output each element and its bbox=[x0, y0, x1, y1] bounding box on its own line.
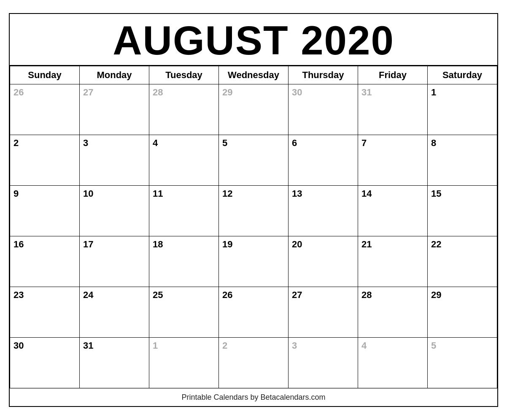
calendar-day[interactable]: 1 bbox=[149, 337, 219, 388]
calendar-day[interactable]: 10 bbox=[80, 185, 149, 236]
calendar-day[interactable]: 18 bbox=[149, 236, 219, 287]
calendar-day[interactable]: 2 bbox=[219, 337, 289, 388]
calendar-day[interactable]: 3 bbox=[80, 135, 149, 185]
day-of-week-header: Thursday bbox=[289, 66, 358, 84]
day-of-week-header: Friday bbox=[358, 66, 428, 84]
calendar-day[interactable]: 8 bbox=[428, 135, 497, 185]
calendar-day[interactable]: 2 bbox=[10, 135, 80, 185]
calendar-container: AUGUST 2020 SundayMondayTuesdayWednesday… bbox=[9, 13, 498, 407]
calendar-day[interactable]: 19 bbox=[219, 236, 289, 287]
calendar-title: AUGUST 2020 bbox=[10, 14, 497, 66]
calendar-day[interactable]: 20 bbox=[289, 236, 358, 287]
calendar-day[interactable]: 30 bbox=[289, 84, 358, 135]
calendar-day[interactable]: 27 bbox=[80, 84, 149, 135]
calendar-day[interactable]: 7 bbox=[358, 135, 428, 185]
calendar-day[interactable]: 27 bbox=[289, 287, 358, 337]
calendar-day[interactable]: 30 bbox=[10, 337, 80, 388]
calendar-day[interactable]: 28 bbox=[149, 84, 219, 135]
calendar-day[interactable]: 3 bbox=[289, 337, 358, 388]
calendar-day[interactable]: 31 bbox=[358, 84, 428, 135]
calendar-day[interactable]: 5 bbox=[428, 337, 497, 388]
calendar-day[interactable]: 9 bbox=[10, 185, 80, 236]
calendar-day[interactable]: 16 bbox=[10, 236, 80, 287]
calendar-day[interactable]: 1 bbox=[428, 84, 497, 135]
calendar-day[interactable]: 25 bbox=[149, 287, 219, 337]
calendar-day[interactable]: 23 bbox=[10, 287, 80, 337]
calendar-day[interactable]: 4 bbox=[358, 337, 428, 388]
calendar-day[interactable]: 15 bbox=[428, 185, 497, 236]
calendar-day[interactable]: 14 bbox=[358, 185, 428, 236]
calendar-day[interactable]: 31 bbox=[80, 337, 149, 388]
calendar-day[interactable]: 13 bbox=[289, 185, 358, 236]
calendar-day[interactable]: 21 bbox=[358, 236, 428, 287]
calendar-day[interactable]: 11 bbox=[149, 185, 219, 236]
calendar-day[interactable]: 26 bbox=[10, 84, 80, 135]
calendar-day[interactable]: 6 bbox=[289, 135, 358, 185]
day-of-week-header: Wednesday bbox=[219, 66, 289, 84]
day-of-week-header: Saturday bbox=[428, 66, 497, 84]
calendar-day[interactable]: 22 bbox=[428, 236, 497, 287]
calendar-grid: SundayMondayTuesdayWednesdayThursdayFrid… bbox=[10, 66, 497, 388]
calendar-footer: Printable Calendars by Betacalendars.com bbox=[10, 388, 497, 406]
calendar-day[interactable]: 28 bbox=[358, 287, 428, 337]
calendar-day[interactable]: 24 bbox=[80, 287, 149, 337]
calendar-day[interactable]: 17 bbox=[80, 236, 149, 287]
calendar-day[interactable]: 5 bbox=[219, 135, 289, 185]
day-of-week-header: Monday bbox=[80, 66, 149, 84]
calendar-day[interactable]: 29 bbox=[219, 84, 289, 135]
calendar-day[interactable]: 12 bbox=[219, 185, 289, 236]
day-of-week-header: Sunday bbox=[10, 66, 80, 84]
calendar-day[interactable]: 26 bbox=[219, 287, 289, 337]
calendar-day[interactable]: 4 bbox=[149, 135, 219, 185]
day-of-week-header: Tuesday bbox=[149, 66, 219, 84]
calendar-day[interactable]: 29 bbox=[428, 287, 497, 337]
